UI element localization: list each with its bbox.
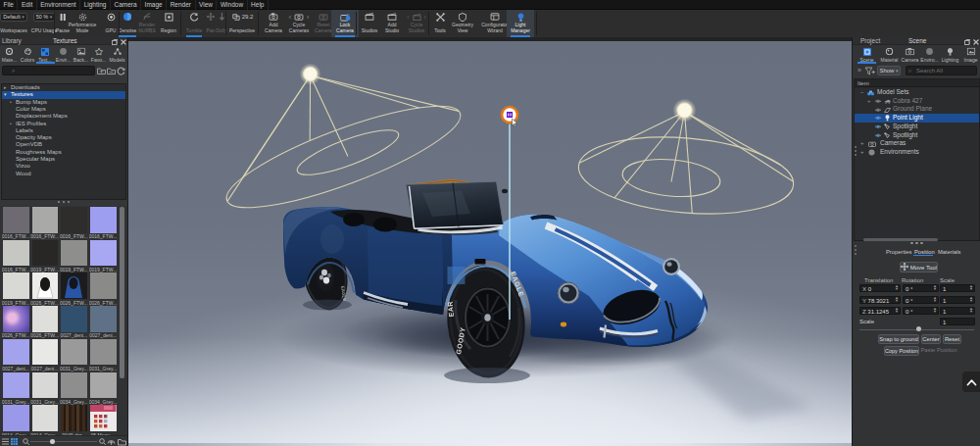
svg-text:EAR: EAR: [447, 301, 455, 318]
